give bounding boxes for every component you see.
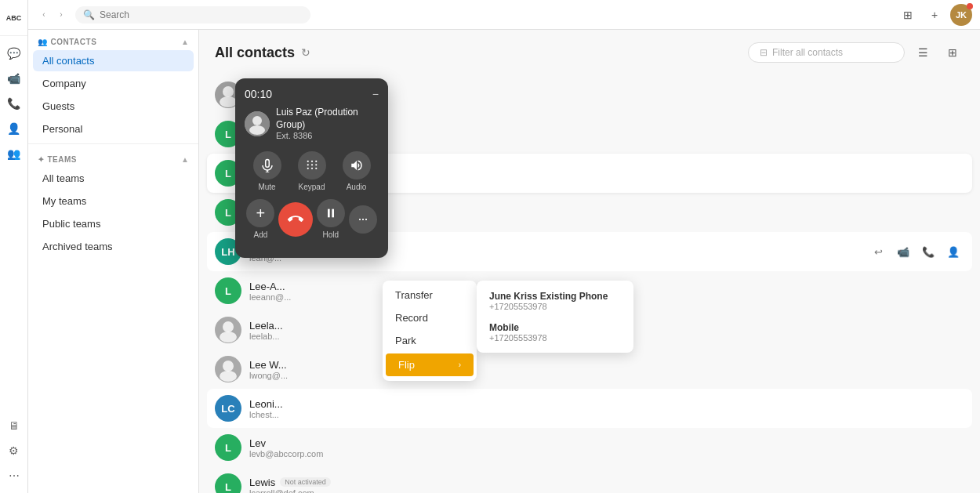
keypad-button[interactable]: Keypad xyxy=(298,151,326,191)
svg-point-2 xyxy=(223,321,234,332)
mute-icon xyxy=(253,151,281,179)
flip-existing-phone-item[interactable]: June Kriss Existing Phone +17205553978 xyxy=(477,285,633,317)
contact-email: lwong@... xyxy=(249,371,964,380)
contact-name: Lewis Not activated xyxy=(249,477,964,488)
sidebar-item-public-teams[interactable]: Public teams xyxy=(33,213,194,234)
svg-point-3 xyxy=(220,332,237,343)
list-view-icon: ☰ xyxy=(918,46,928,59)
sidebar-item-my-teams[interactable]: My teams xyxy=(33,190,194,212)
teams-icon: ✦ xyxy=(38,155,45,164)
columns-button[interactable]: ⊞ xyxy=(941,41,964,64)
profile-action-button[interactable]: 👤 xyxy=(942,241,964,263)
contact-name: Leoni... xyxy=(249,398,964,410)
keypad-label: Keypad xyxy=(299,183,325,191)
contacts-section-header: 👥 CONTACTS ▲ xyxy=(28,30,198,49)
context-menu-item-record[interactable]: Record xyxy=(383,306,477,329)
sidebar-item-company[interactable]: Company xyxy=(33,73,194,94)
user-avatar-button[interactable]: JK xyxy=(950,4,972,26)
nav-settings-icon[interactable]: ⚙ xyxy=(3,440,25,462)
svg-point-1 xyxy=(220,96,237,107)
main-header: All contacts ↻ ⊟ Filter all contacts ☰ ⊞ xyxy=(199,30,980,72)
svg-point-13 xyxy=(315,161,317,162)
contact-info: Lev levb@abccorp.com xyxy=(249,437,964,459)
reply-action-button[interactable]: ↩ xyxy=(867,241,889,263)
contacts-collapse-chevron[interactable]: ▲ xyxy=(181,38,189,46)
video-action-button[interactable]: 📹 xyxy=(892,241,914,263)
call-contact-name: Luis Paz (Prodution Group) xyxy=(276,107,379,131)
nav-video-icon[interactable]: 📹 xyxy=(3,67,25,89)
call-minimize-button[interactable]: − xyxy=(372,88,379,100)
refresh-button[interactable]: ↻ xyxy=(301,46,310,59)
sidebar: 👥 CONTACTS ▲ All contacts Company Guests… xyxy=(28,30,199,493)
contact-row[interactable]: L Lev levb@abccorp.com xyxy=(207,428,972,467)
avatar: L xyxy=(215,277,241,304)
mute-label: Mute xyxy=(258,183,275,191)
filter-bar[interactable]: ⊟ Filter all contacts xyxy=(748,42,905,63)
flip-mobile-item[interactable]: Mobile +17205553978 xyxy=(477,317,633,348)
teams-collapse-chevron[interactable]: ▲ xyxy=(181,155,189,164)
flip-submenu: June Kriss Existing Phone +17205553978 M… xyxy=(477,281,633,353)
filter-placeholder: Filter all contacts xyxy=(772,47,843,58)
nav-monitor-icon[interactable]: 🖥 xyxy=(3,415,25,437)
svg-point-12 xyxy=(310,161,312,162)
view-toggle-button[interactable]: ☰ xyxy=(911,41,935,64)
audio-button[interactable]: Audio xyxy=(343,151,371,191)
svg-point-19 xyxy=(315,168,317,169)
forward-button[interactable]: › xyxy=(53,7,69,23)
svg-point-10 xyxy=(249,125,265,135)
sidebar-item-all-contacts[interactable]: All contacts xyxy=(33,50,194,71)
audio-label: Audio xyxy=(347,183,367,191)
app-logo: ABC xyxy=(6,14,22,23)
nav-phone-icon[interactable]: 📞 xyxy=(3,92,25,114)
hold-label: Hold xyxy=(323,230,339,239)
sidebar-item-guests[interactable]: Guests xyxy=(33,96,194,117)
svg-point-4 xyxy=(223,361,234,372)
icon-rail: ABC 💬 📹 📞 👤 👥 🖥 ⚙ ⋯ xyxy=(0,0,28,493)
global-search-input[interactable] xyxy=(100,9,303,20)
svg-point-15 xyxy=(310,164,312,165)
grid-icon: ⊞ xyxy=(903,9,913,21)
more-button[interactable]: ··· xyxy=(349,205,377,234)
contact-name: Lev xyxy=(249,437,964,449)
call-timer: 00:10 xyxy=(245,88,272,100)
call-extension: Ext. 8386 xyxy=(276,131,379,140)
audio-icon xyxy=(343,151,371,179)
context-menu-item-flip[interactable]: Flip › xyxy=(386,353,474,376)
contacts-icon: 👥 xyxy=(38,38,48,46)
sidebar-item-archived-teams[interactable]: Archived teams xyxy=(33,236,194,257)
add-call-button[interactable]: + Add xyxy=(246,199,274,239)
contact-info: Lewis Not activated lcarroll@def.com xyxy=(249,477,964,494)
call-popup: 00:10 − Luis Paz (Prodution Group) Ext. … xyxy=(235,78,388,258)
mute-button[interactable]: Mute xyxy=(253,151,281,191)
search-icon: 🔍 xyxy=(83,9,95,20)
nav-contacts-icon[interactable]: 👤 xyxy=(3,118,25,140)
add-call-label: Add xyxy=(253,230,267,239)
contact-row[interactable]: L Lewis Not activated lcarroll@def.com xyxy=(207,467,972,493)
context-menu: Transfer Record Park Flip › xyxy=(383,281,477,381)
nav-teams-icon[interactable]: 👥 xyxy=(3,143,25,165)
end-call-button[interactable] xyxy=(278,202,313,237)
add-button[interactable]: + xyxy=(924,4,946,26)
sidebar-item-personal[interactable]: Personal xyxy=(33,118,194,140)
svg-rect-20 xyxy=(328,209,330,218)
avatar xyxy=(215,317,241,343)
nav-chat-icon[interactable]: 💬 xyxy=(3,42,25,64)
call-action-button[interactable]: 📞 xyxy=(917,241,939,263)
context-menu-item-transfer[interactable]: Transfer xyxy=(383,284,477,306)
teams-section-header: ✦ TEAMS ▲ xyxy=(28,147,198,167)
keypad-icon xyxy=(298,151,326,179)
grid-view-button[interactable]: ⊞ xyxy=(897,4,919,26)
plus-icon: + xyxy=(931,9,938,21)
contact-row[interactable]: Lee W... lwong@... xyxy=(207,350,972,389)
hold-button[interactable]: Hold xyxy=(317,199,345,239)
sidebar-item-all-teams[interactable]: All teams xyxy=(33,168,194,189)
svg-point-9 xyxy=(252,116,262,125)
nav-more-icon[interactable]: ⋯ xyxy=(3,465,25,487)
flip-submenu-chevron: › xyxy=(459,361,461,369)
svg-point-17 xyxy=(307,168,308,169)
context-menu-item-park[interactable]: Park xyxy=(383,329,477,352)
columns-icon: ⊞ xyxy=(948,46,957,59)
back-button[interactable]: ‹ xyxy=(36,7,52,23)
avatar: L xyxy=(215,473,241,493)
contact-row[interactable]: LC Leoni... lchest... xyxy=(207,389,972,428)
